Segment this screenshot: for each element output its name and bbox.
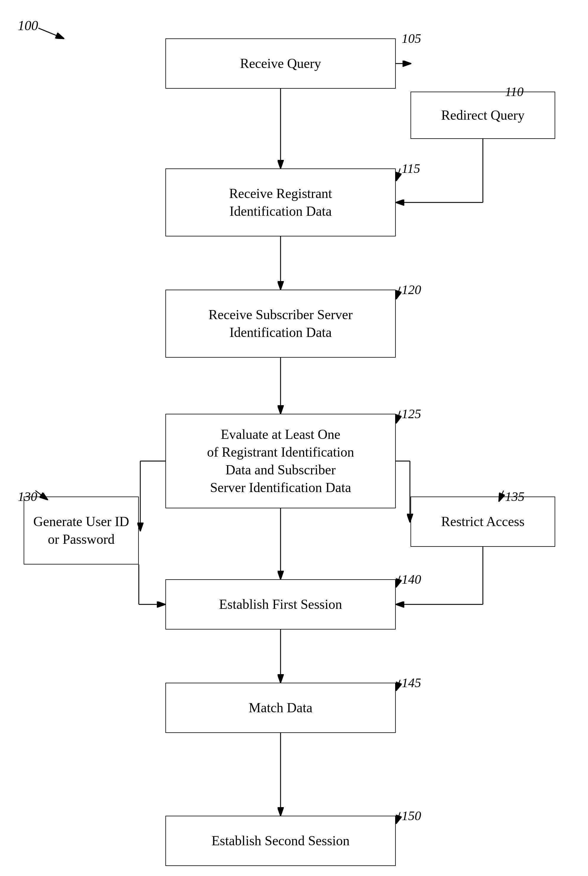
ref-120: 120 xyxy=(402,282,421,298)
establish-second-label: Establish Second Session xyxy=(212,832,350,850)
evaluate-label: Evaluate at Least One of Registrant Iden… xyxy=(207,425,354,496)
generate-userid-label: Generate User ID or Password xyxy=(33,513,129,548)
generate-userid-box: Generate User ID or Password xyxy=(24,496,139,565)
ref-125: 125 xyxy=(402,406,421,421)
svg-line-6 xyxy=(396,168,400,180)
ref-135: 135 xyxy=(505,489,525,504)
receive-subscriber-box: Receive Subscriber Server Identification… xyxy=(165,290,396,358)
svg-line-10 xyxy=(396,411,400,423)
ref-115: 115 xyxy=(402,161,420,176)
figure-label: 100 xyxy=(18,18,38,33)
ref-140: 140 xyxy=(402,572,421,587)
establish-second-box: Establish Second Session xyxy=(165,816,396,866)
flowchart-diagram: 100 Receive Query 105 Redirect Query 110… xyxy=(0,0,588,876)
svg-line-1 xyxy=(38,28,63,38)
receive-registrant-label: Receive Registrant Identification Data xyxy=(229,185,332,220)
establish-first-label: Establish First Session xyxy=(219,595,342,613)
match-data-box: Match Data xyxy=(165,683,396,733)
receive-query-label: Receive Query xyxy=(240,55,321,72)
restrict-access-box: Restrict Access xyxy=(411,496,555,547)
svg-line-22 xyxy=(396,576,400,587)
ref-130: 130 xyxy=(18,489,37,504)
svg-line-26 xyxy=(396,812,400,823)
redirect-query-label: Redirect Query xyxy=(441,107,525,124)
match-data-label: Match Data xyxy=(249,699,312,717)
restrict-access-label: Restrict Access xyxy=(441,513,525,530)
receive-query-box: Receive Query xyxy=(165,38,396,89)
receive-registrant-box: Receive Registrant Identification Data xyxy=(165,168,396,236)
evaluate-box: Evaluate at Least One of Registrant Iden… xyxy=(165,414,396,508)
ref-105: 105 xyxy=(402,31,421,46)
redirect-query-box: Redirect Query xyxy=(411,92,555,139)
svg-line-24 xyxy=(396,680,400,690)
ref-145: 145 xyxy=(402,675,421,690)
establish-first-box: Establish First Session xyxy=(165,579,396,630)
receive-subscriber-label: Receive Subscriber Server Identification… xyxy=(208,306,352,341)
ref-150: 150 xyxy=(402,808,421,823)
ref-110: 110 xyxy=(505,84,524,99)
svg-line-8 xyxy=(396,287,400,299)
